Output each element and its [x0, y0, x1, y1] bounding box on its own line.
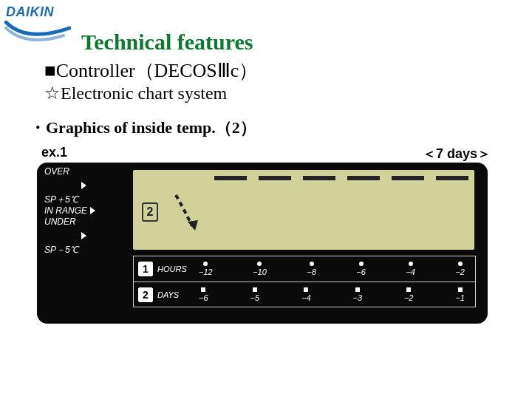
square-icon — [406, 287, 411, 292]
tick: −4 — [406, 262, 415, 276]
bullet-graphics: ・Graphics of inside temp.（2） — [30, 117, 256, 139]
pointer-icon — [90, 207, 95, 214]
time-scale-box: 1 HOURS −12 −10 −8 −6 −4 −2 2 DAYS −6 −5… — [133, 256, 476, 307]
square-icon — [253, 287, 257, 292]
tick: −2 — [455, 262, 465, 276]
scale-index-1: 1 — [138, 262, 153, 276]
trend-arrow-icon — [170, 192, 207, 236]
label-under-bot: SP－5℃ — [44, 245, 78, 255]
range-labels: OVER SP＋5℃ IN RANGE UNDER SP－5℃ — [44, 173, 95, 248]
pointer-icon — [81, 182, 86, 189]
tick: −1 — [455, 287, 465, 302]
scale-row-days: 2 DAYS −6 −5 −4 −3 −2 −1 — [134, 282, 475, 307]
scale-row-hours: 1 HOURS −12 −10 −8 −6 −4 −2 — [134, 256, 475, 282]
tick: −5 — [250, 287, 259, 302]
page-title: Technical features — [81, 30, 253, 55]
tick: −4 — [301, 287, 311, 302]
label-under-top: UNDER — [44, 217, 78, 227]
lcd-bar — [303, 176, 335, 180]
brand-logo: DAIKIN — [6, 4, 54, 20]
tick: −12 — [199, 262, 213, 276]
square-icon — [458, 287, 463, 292]
dot-icon — [359, 262, 364, 266]
square-icon — [304, 287, 308, 292]
controller-panel: OVER SP＋5℃ IN RANGE UNDER SP－5℃ 2 — [37, 163, 488, 324]
subtitle-controller: ■Controller（DECOSⅢc） — [44, 58, 258, 83]
tick: −6 — [199, 287, 208, 302]
logo-swoosh-icon — [4, 21, 71, 50]
scale-label-days: DAYS — [157, 290, 194, 299]
label-under: UNDER SP－5℃ — [44, 223, 95, 248]
square-icon — [355, 287, 360, 292]
lcd-bar — [392, 176, 424, 180]
days-range-label: ＜7 days＞ — [423, 145, 491, 163]
hours-ticks: −12 −10 −8 −6 −4 −2 — [194, 262, 475, 276]
days-ticks: −6 −5 −4 −3 −2 −1 — [194, 287, 475, 302]
dot-icon — [409, 262, 413, 266]
dot-icon — [257, 262, 262, 266]
tick: −8 — [307, 262, 316, 276]
dot-icon — [203, 262, 208, 266]
tick: −2 — [404, 287, 414, 302]
lcd-bars — [214, 176, 468, 180]
lcd-bar — [436, 176, 468, 180]
dot-icon — [458, 262, 463, 266]
brand-text: DAIKIN — [6, 4, 54, 19]
tick: −3 — [352, 287, 362, 302]
tick: −10 — [253, 262, 267, 276]
scale-index-2: 2 — [138, 287, 153, 302]
label-over-top: OVER — [44, 167, 78, 177]
lcd-bar — [214, 176, 247, 180]
square-icon — [201, 287, 205, 292]
label-over: OVER SP＋5℃ — [44, 173, 95, 198]
tick: −6 — [356, 262, 366, 276]
pointer-icon — [81, 232, 86, 239]
dot-icon — [310, 262, 314, 266]
lcd-mode-digit: 2 — [142, 202, 158, 222]
lcd-display: 2 — [133, 170, 474, 250]
lcd-bar — [259, 176, 291, 180]
scale-label-hours: HOURS — [157, 265, 194, 273]
lcd-bar — [347, 176, 380, 180]
subtitle-chart-system: ☆Electronic chart system — [44, 83, 227, 103]
